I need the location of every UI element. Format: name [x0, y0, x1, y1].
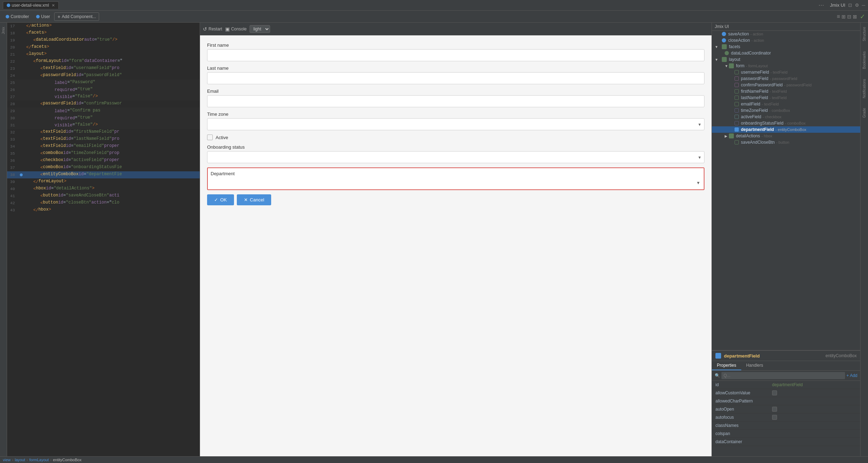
- grade-side-tab[interactable]: Grade: [862, 107, 867, 119]
- code-line-19: 19 <dataLoadCoordinator auto="true"/>: [7, 37, 200, 44]
- tree-item-dataLoadCoordinator[interactable]: dataLoadCoordinator: [712, 50, 860, 56]
- prop-add-button[interactable]: + Add: [846, 373, 857, 378]
- tree-item-usernameField[interactable]: usernameField - textField: [712, 69, 860, 75]
- tree-panel-title: Jmix UI: [715, 24, 729, 29]
- confirm-password-icon: [735, 83, 739, 87]
- department-field: Department ▾: [207, 167, 704, 190]
- console-button[interactable]: ▣ Console: [225, 26, 247, 32]
- code-line-42: 42 <button id="closeBtn" action="clo: [7, 200, 200, 207]
- facets-icon: [722, 44, 727, 49]
- breadcrumb-sep-1: ›: [12, 458, 13, 462]
- tree-item-closeAction[interactable]: closeAction - action: [712, 37, 860, 44]
- code-line-38[interactable]: 38 <entityComboBox id="departmentFie: [7, 171, 200, 178]
- email-label: Email: [207, 88, 704, 94]
- breadcrumb-entityComboBox[interactable]: entityComboBox: [53, 458, 81, 462]
- save-action-icon: [722, 32, 726, 36]
- expand-icon[interactable]: ⊠: [853, 14, 857, 19]
- code-line-43: 43 </hbox>: [7, 207, 200, 214]
- settings-icon[interactable]: ⚙: [855, 2, 859, 8]
- timezone-field-icon: [735, 108, 739, 113]
- tree-item-emailField[interactable]: emailField - textField: [712, 101, 860, 107]
- tree-item-confirmPasswordField[interactable]: confirmPasswordField - passwordField: [712, 82, 860, 88]
- user-button[interactable]: User: [33, 13, 53, 20]
- cancel-button[interactable]: ✕ Cancel: [237, 194, 271, 205]
- line-num-27: 27: [7, 94, 18, 100]
- structure-side-tab[interactable]: Structure: [862, 25, 867, 43]
- department-dropdown-icon[interactable]: ▾: [697, 180, 701, 185]
- prop-field-name: departmentField: [724, 353, 760, 359]
- department-input[interactable]: [211, 178, 697, 187]
- first-name-field: First name: [207, 42, 704, 61]
- image-view-icon[interactable]: ⊟: [847, 14, 851, 19]
- component-tree: Jmix UI saveAction - action closeAction …: [712, 23, 860, 350]
- tree-item-activeField[interactable]: activeField - checkbox: [712, 114, 860, 120]
- prop-row-allowedCharPattern: allowedCharPattern: [712, 397, 860, 405]
- tree-item-layout[interactable]: ▼ layout: [712, 56, 860, 63]
- cancel-x-icon: ✕: [244, 197, 248, 202]
- first-name-input[interactable]: [207, 49, 704, 61]
- tree-item-timeZoneField[interactable]: timeZoneField - comboBox: [712, 107, 860, 114]
- grid-view-icon[interactable]: ⊞: [841, 14, 846, 19]
- tree-item-departmentField[interactable]: departmentField - entityComboBox: [712, 126, 860, 133]
- list-view-icon[interactable]: ≡: [837, 13, 840, 20]
- ok-button[interactable]: ✓ OK: [207, 194, 234, 205]
- jmix-side-tab[interactable]: Jmix: [1, 25, 6, 36]
- maximize-icon[interactable]: ⊡: [848, 2, 852, 8]
- prop-search-input[interactable]: [721, 372, 845, 379]
- email-field-icon: [735, 102, 739, 106]
- add-component-button[interactable]: + Add Component...: [54, 12, 99, 21]
- tree-item-facets[interactable]: ▼ facets: [712, 44, 860, 50]
- timezone-select[interactable]: [207, 118, 704, 130]
- onboarding-field-icon: [735, 121, 739, 125]
- allow-custom-checkbox[interactable]: [772, 390, 777, 395]
- tree-item-saveAndCloseBtn[interactable]: saveAndCloseBtn - button: [712, 139, 860, 145]
- tree-item-detailActions[interactable]: ▶ detailActions - hbox: [712, 133, 860, 139]
- code-line-39: 39 </formLayout>: [7, 178, 200, 185]
- bookmarks-side-tab[interactable]: Bookmarks: [862, 50, 867, 70]
- restart-button[interactable]: ↺ Restart: [203, 26, 222, 32]
- timezone-label: Time zone: [207, 112, 704, 117]
- email-field: Email: [207, 88, 704, 107]
- breadcrumb-formLayout[interactable]: formLayout: [29, 458, 49, 462]
- line-num-32: 32: [7, 129, 18, 136]
- theme-select[interactable]: light dark: [250, 25, 270, 33]
- last-name-input[interactable]: [207, 72, 704, 84]
- onboarding-select[interactable]: [207, 151, 704, 163]
- code-line-21: 21 <layout>: [7, 51, 200, 58]
- tree-item-form[interactable]: ▼ form - formLayout: [712, 63, 860, 69]
- ellipsis-icon[interactable]: ⋯: [818, 2, 824, 8]
- tab-properties[interactable]: Properties: [712, 361, 741, 370]
- lastname-field-icon: [735, 96, 739, 100]
- code-line-17: 17 </actions>: [7, 23, 200, 30]
- tree-item-lastNameField[interactable]: lastNameField - textField: [712, 95, 860, 101]
- autofocus-checkbox[interactable]: [772, 415, 777, 420]
- line-num-38: 38: [7, 172, 18, 178]
- code-line-32: 32 <textField id="firstNameField" pr: [7, 129, 200, 136]
- tree-item-onboardingStatusField[interactable]: onboardingStatusField - comboBox: [712, 120, 860, 126]
- email-input[interactable]: [207, 95, 704, 107]
- tree-item-firstNameField[interactable]: firstNameField - textField: [712, 88, 860, 95]
- notifications-side-tab[interactable]: Notifications: [862, 78, 867, 99]
- window-minimize-icon[interactable]: ─: [862, 2, 865, 8]
- tab-handlers[interactable]: Handlers: [741, 361, 768, 370]
- active-checkbox[interactable]: [207, 135, 213, 140]
- code-line-22: 22 <formLayout id="form" dataContainer=": [7, 58, 200, 65]
- code-line-34: 34 <textField id="emailField" proper: [7, 143, 200, 150]
- prop-field-type: entityComboBox: [826, 353, 857, 358]
- field-icon-prop: [715, 353, 721, 359]
- tree-item-saveAction[interactable]: saveAction - action: [712, 31, 860, 37]
- breadcrumb-layout[interactable]: layout: [15, 458, 25, 462]
- controller-button[interactable]: Controller: [3, 13, 32, 20]
- password-field-icon: [735, 76, 739, 81]
- tab-close-icon[interactable]: ✕: [52, 3, 55, 8]
- breadcrumb-view[interactable]: view: [3, 458, 11, 462]
- code-line-33: 33 <textField id="lastNameField" pro: [7, 136, 200, 143]
- tree-item-passwordField[interactable]: passwordField - passwordField: [712, 75, 860, 82]
- prop-row-colspan: colspan: [712, 430, 860, 438]
- tab-xml[interactable]: user-detail-view.xml ✕: [3, 1, 59, 9]
- layout-icon: [722, 57, 727, 62]
- code-line-20: 20 </facets>: [7, 44, 200, 51]
- auto-open-checkbox[interactable]: [772, 407, 777, 412]
- line-num-17: 17: [7, 23, 18, 29]
- prop-row-autofocus: autofocus: [712, 413, 860, 422]
